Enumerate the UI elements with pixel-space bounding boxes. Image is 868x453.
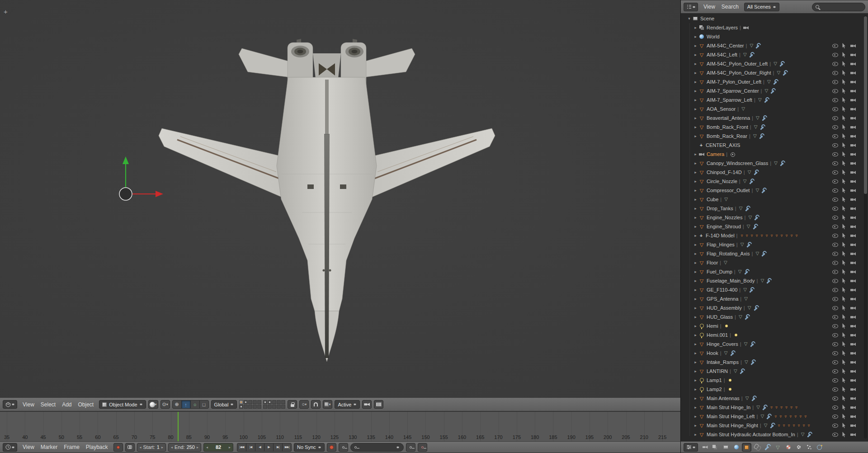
renderability-toggle[interactable]: [850, 305, 856, 311]
renderability-toggle[interactable]: [850, 79, 856, 85]
outliner-row[interactable]: ▸▽Hook|▽: [681, 349, 863, 358]
layer-4-toggle[interactable]: [253, 400, 257, 404]
visibility-toggle[interactable]: [832, 133, 838, 139]
selectability-toggle[interactable]: [841, 241, 847, 248]
active-keying-set-field[interactable]: [350, 443, 404, 452]
expand-toggle-icon[interactable]: ▸: [693, 224, 698, 229]
expand-toggle-icon[interactable]: ▸: [693, 25, 698, 30]
stepper-left-icon[interactable]: ◂: [206, 445, 208, 449]
renderability-toggle[interactable]: [850, 232, 856, 239]
renderability-toggle[interactable]: [850, 395, 856, 401]
visibility-toggle[interactable]: [832, 314, 838, 320]
play-reverse-button[interactable]: ◀: [255, 443, 264, 452]
outliner-row[interactable]: ▸▽Intake_Ramps|▽: [681, 358, 863, 367]
selectability-toggle[interactable]: [841, 395, 847, 401]
stepper-left-icon[interactable]: ◂: [171, 445, 173, 449]
sync-mode-dropdown[interactable]: No Sync: [294, 443, 325, 452]
visibility-toggle[interactable]: [832, 214, 838, 221]
outliner-row[interactable]: ▸Lamp1|: [681, 376, 863, 385]
renderability-toggle[interactable]: [850, 223, 856, 230]
outliner-row[interactable]: ▸▽Fuselage_Main_Body|▽: [681, 276, 863, 285]
outliner-row[interactable]: ▸▽Main Strut Hinge_Left|▽▿▿▿▿▿▿▿: [681, 412, 863, 421]
jump-to-end-button[interactable]: ▶▶|: [282, 443, 292, 452]
outliner-row[interactable]: ▾Scene: [681, 14, 863, 23]
stepper-right-icon[interactable]: ▸: [161, 445, 163, 449]
outliner-row[interactable]: ▸▽AIM-54C_Center|▽: [681, 41, 863, 50]
visibility-toggle[interactable]: [832, 278, 838, 284]
remove-keyframe-button[interactable]: [418, 443, 427, 452]
outliner-editor-type-selector[interactable]: [684, 3, 698, 11]
expand-toggle-icon[interactable]: ▸: [693, 71, 698, 75]
layer-9-toggle[interactable]: [253, 405, 257, 409]
selectability-toggle[interactable]: [841, 350, 847, 356]
outliner-row[interactable]: ▸▽HUD_Assembly|▽: [681, 303, 863, 312]
outliner-row[interactable]: ▸RenderLayers|: [681, 23, 863, 32]
layer-13-toggle[interactable]: [272, 400, 276, 404]
expand-toggle-icon[interactable]: ▸: [693, 297, 698, 301]
object-tab[interactable]: [742, 443, 751, 452]
visibility-toggle[interactable]: [832, 250, 838, 257]
visibility-toggle[interactable]: [832, 413, 838, 420]
renderability-toggle[interactable]: [850, 431, 856, 438]
outliner-row[interactable]: ▸▽Drop_Tanks|▽: [681, 204, 863, 213]
renderability-toggle[interactable]: [850, 341, 856, 347]
selectability-toggle[interactable]: [841, 269, 847, 275]
expand-toggle-icon[interactable]: ▸: [693, 197, 698, 202]
physics-tab[interactable]: [815, 443, 824, 452]
expand-toggle-icon[interactable]: ▸: [693, 333, 698, 337]
material-tab[interactable]: [783, 443, 793, 452]
outliner-row[interactable]: ▸▽GE_F110-400|▽: [681, 285, 863, 294]
expand-toggle-icon[interactable]: ▸: [693, 369, 698, 373]
visibility-toggle[interactable]: [832, 178, 838, 184]
texture-tab[interactable]: [794, 443, 803, 452]
layer-19-toggle[interactable]: [277, 405, 281, 409]
layer-11-toggle[interactable]: [263, 400, 267, 404]
renderability-toggle[interactable]: [850, 42, 856, 49]
3d-viewport[interactable]: +: [0, 0, 680, 397]
expand-toggle-icon[interactable]: ▸: [693, 324, 698, 328]
translate-manipulator-button[interactable]: ↑: [181, 400, 191, 409]
visibility-toggle[interactable]: [832, 42, 838, 49]
visibility-toggle[interactable]: [832, 88, 838, 94]
transform-orientation-dropdown[interactable]: Global: [211, 400, 237, 409]
renderability-toggle[interactable]: [850, 250, 856, 257]
opengl-render-button[interactable]: [362, 400, 372, 409]
outliner-row[interactable]: ▸▽AIM-54C_Pylon_Outer_Right|▽: [681, 68, 863, 77]
outliner-row[interactable]: ▸▽GPS_Antenna|▽: [681, 294, 863, 303]
timeline-editor-type-selector[interactable]: [3, 443, 17, 452]
expand-toggle-icon[interactable]: ▸: [693, 125, 698, 129]
selectability-toggle[interactable]: [841, 88, 847, 94]
renderability-toggle[interactable]: [850, 52, 856, 58]
layer-20-toggle[interactable]: [281, 405, 285, 409]
visibility-toggle[interactable]: [832, 196, 838, 203]
timeline-menu-view[interactable]: View: [19, 444, 38, 450]
expand-toggle-icon[interactable]: ▸: [693, 161, 698, 165]
layer-12-toggle[interactable]: [268, 400, 272, 404]
visibility-toggle[interactable]: [832, 124, 838, 130]
expand-toggle-icon[interactable]: ▸: [693, 432, 698, 437]
selectability-toggle[interactable]: [841, 178, 847, 184]
expand-toggle-icon[interactable]: ▸: [693, 52, 698, 57]
renderability-toggle[interactable]: [850, 323, 856, 329]
renderability-toggle[interactable]: [850, 260, 856, 266]
manipulator-center-circle[interactable]: [119, 188, 132, 200]
expand-toggle-icon[interactable]: ▸: [693, 215, 698, 220]
renderability-toggle[interactable]: [850, 151, 856, 157]
visibility-toggle[interactable]: [832, 151, 838, 157]
outliner-row[interactable]: ▸▽HUD_Glass|▽: [681, 312, 863, 321]
visibility-toggle[interactable]: [832, 422, 838, 429]
visibility-toggle[interactable]: [832, 260, 838, 266]
scale-manipulator-button[interactable]: □: [199, 400, 209, 409]
layer-6-toggle[interactable]: [239, 405, 243, 409]
timeline-menu-marker[interactable]: Marker: [38, 444, 61, 450]
selectability-toggle[interactable]: [841, 323, 847, 329]
particles-tab[interactable]: [804, 443, 814, 452]
selectability-toggle[interactable]: [841, 296, 847, 302]
renderability-toggle[interactable]: [850, 422, 856, 429]
outliner-row[interactable]: ▸Hemi.001|: [681, 330, 863, 340]
visibility-toggle[interactable]: [832, 187, 838, 193]
selectability-toggle[interactable]: [841, 187, 847, 193]
constraints-tab[interactable]: [752, 443, 762, 452]
outliner-row[interactable]: ▸▽Engine_Nozzles|▽: [681, 213, 863, 222]
visibility-toggle[interactable]: [832, 232, 838, 239]
